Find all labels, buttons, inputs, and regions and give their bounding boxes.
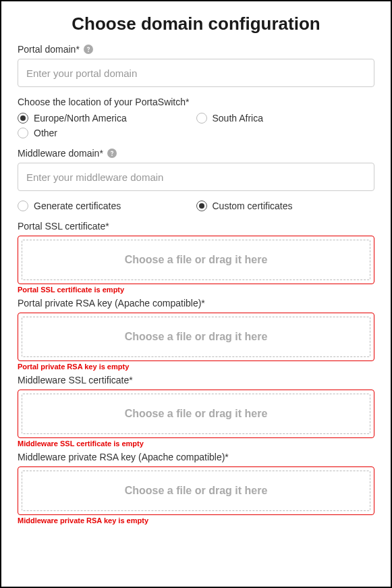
portal-domain-label-text: Portal domain* — [18, 44, 80, 55]
radio-bullet-icon — [18, 201, 28, 211]
middleware-domain-label-text: Middleware domain* — [18, 148, 103, 159]
dropzone-text: Choose a file or drag it here — [125, 408, 268, 420]
radio-label-text: Other — [34, 128, 57, 138]
middleware-ssl-label: Middleware SSL certificate* — [18, 375, 374, 385]
radio-label-text: Europe/North America — [34, 113, 127, 124]
portal-ssl-error: Portal SSL certificate is empty — [18, 286, 374, 294]
dropzone-text: Choose a file or drag it here — [125, 485, 268, 497]
help-icon[interactable] — [107, 149, 117, 158]
page-title: Choose domain configuration — [18, 14, 374, 34]
portal-domain-label: Portal domain* — [18, 44, 374, 55]
portal-ssl-label: Portal SSL certificate* — [18, 221, 374, 232]
cert-mode-radio-group: Generate certificates Custom certificate… — [18, 201, 374, 211]
portal-ssl-dropzone[interactable]: Choose a file or drag it here — [18, 236, 374, 284]
dropzone-inner: Choose a file or drag it here — [22, 240, 370, 280]
radio-generate-certs[interactable]: Generate certificates — [18, 201, 196, 211]
dropzone-inner: Choose a file or drag it here — [22, 471, 370, 511]
radio-label-text: South Africa — [213, 113, 264, 124]
middleware-rsa-dropzone[interactable]: Choose a file or drag it here — [18, 466, 374, 515]
location-label: Choose the location of your PortaSwitch* — [18, 97, 374, 107]
middleware-rsa-label: Middleware private RSA key (Apache compa… — [18, 452, 374, 462]
radio-other[interactable]: Other — [18, 128, 57, 138]
middleware-domain-input[interactable] — [18, 163, 374, 191]
help-icon[interactable] — [84, 45, 93, 54]
middleware-domain-field: Middleware domain* — [18, 148, 374, 191]
dropzone-text: Choose a file or drag it here — [125, 254, 268, 266]
middleware-domain-label: Middleware domain* — [18, 148, 374, 159]
radio-label-text: Generate certificates — [34, 201, 121, 211]
radio-europe-na[interactable]: Europe/North America — [18, 113, 196, 124]
middleware-ssl-dropzone[interactable]: Choose a file or drag it here — [18, 390, 374, 438]
portal-domain-input[interactable] — [18, 59, 374, 87]
middleware-rsa-error: Middleware private RSA key is empty — [18, 516, 374, 525]
radio-bullet-icon — [196, 201, 207, 211]
dropzone-inner: Choose a file or drag it here — [22, 394, 370, 434]
radio-custom-certs[interactable]: Custom certificates — [196, 201, 375, 211]
middleware-ssl-upload: Middleware SSL certificate* Choose a fil… — [18, 375, 374, 438]
portal-rsa-dropzone[interactable]: Choose a file or drag it here — [18, 313, 374, 361]
radio-label-text: Custom certificates — [213, 201, 293, 211]
dropzone-inner: Choose a file or drag it here — [22, 317, 370, 357]
dropzone-text: Choose a file or drag it here — [125, 331, 268, 343]
location-radio-group: Choose the location of your PortaSwitch*… — [18, 97, 374, 138]
radio-south-africa[interactable]: South Africa — [196, 113, 375, 124]
middleware-ssl-error: Middleware SSL certificate is empty — [18, 439, 374, 448]
radio-bullet-icon — [196, 113, 207, 124]
portal-ssl-upload: Portal SSL certificate* Choose a file or… — [18, 221, 374, 284]
portal-rsa-upload: Portal private RSA key (Apache compatibl… — [18, 298, 374, 361]
radio-bullet-icon — [18, 113, 28, 124]
portal-rsa-label: Portal private RSA key (Apache compatibl… — [18, 298, 374, 309]
radio-bullet-icon — [18, 128, 28, 138]
portal-domain-field: Portal domain* — [18, 44, 374, 87]
middleware-rsa-upload: Middleware private RSA key (Apache compa… — [18, 452, 374, 515]
portal-rsa-error: Portal private RSA key is empty — [18, 363, 374, 371]
